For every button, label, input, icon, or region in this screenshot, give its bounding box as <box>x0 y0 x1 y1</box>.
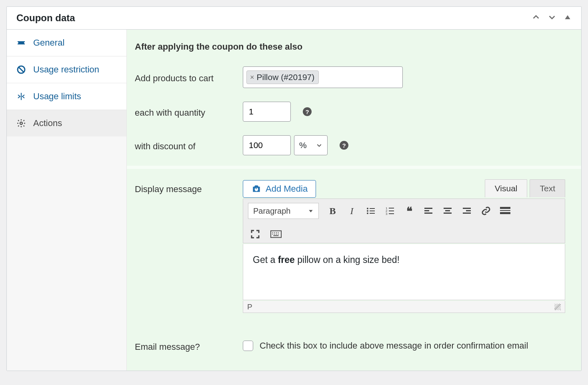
tab-content-actions: After applying the coupon do these also … <box>127 30 581 371</box>
tab-label: Actions <box>33 118 62 128</box>
svg-line-2 <box>18 67 24 72</box>
tab-label: General <box>33 38 64 48</box>
label-add-products: Add products to cart <box>135 71 243 84</box>
read-more-button[interactable] <box>500 206 511 216</box>
svg-rect-27 <box>463 213 471 214</box>
blockquote-button[interactable]: ❝ <box>404 205 415 218</box>
message-text-pre: Get a <box>253 255 278 265</box>
chevron-down-icon <box>316 142 322 148</box>
svg-point-4 <box>20 122 22 124</box>
add-media-button[interactable]: Add Media <box>243 180 316 198</box>
product-chip: × Pillow (#20197) <box>246 70 319 84</box>
editor-content[interactable]: Get a free pillow on a king size bed! <box>243 244 565 300</box>
svg-rect-23 <box>445 210 450 211</box>
svg-point-9 <box>367 210 368 212</box>
label-email-message: Email message? <box>135 339 243 352</box>
label-quantity: each with quantity <box>135 105 243 118</box>
chevron-down-icon[interactable] <box>548 13 556 23</box>
svg-rect-14 <box>389 208 394 209</box>
svg-text:3: 3 <box>386 212 388 216</box>
gear-icon <box>16 118 26 128</box>
chevron-up-icon[interactable] <box>532 13 540 23</box>
svg-marker-6 <box>309 210 313 213</box>
triangle-up-icon[interactable] <box>564 13 572 23</box>
svg-rect-30 <box>500 212 510 214</box>
editor-tab-visual[interactable]: Visual <box>485 179 528 197</box>
camera-icon <box>251 184 262 194</box>
svg-rect-21 <box>424 213 432 214</box>
panel-header: Coupon data <box>7 7 581 30</box>
format-select[interactable]: Paragraph <box>248 203 319 219</box>
editor-status-bar: P <box>243 301 565 313</box>
email-checkbox[interactable] <box>243 341 253 351</box>
discount-unit-select[interactable]: % <box>294 135 328 155</box>
coupon-data-panel: Coupon data General <box>6 6 582 371</box>
section-divider <box>127 166 581 169</box>
tab-label: Usage limits <box>33 91 81 102</box>
row-display-message: Display message Add Media Visual Text <box>127 169 581 323</box>
link-button[interactable] <box>480 206 492 216</box>
svg-rect-29 <box>500 210 510 211</box>
message-text-bold: free <box>278 255 295 265</box>
add-media-label: Add Media <box>266 184 308 194</box>
panel-body: General Usage restriction Usage limits A… <box>7 30 581 371</box>
svg-rect-24 <box>444 213 452 214</box>
svg-rect-26 <box>466 210 471 211</box>
ban-icon <box>16 65 26 74</box>
tab-usage-restriction[interactable]: Usage restriction <box>7 56 126 83</box>
tab-usage-limits[interactable]: Usage limits <box>7 83 126 110</box>
ticket-icon <box>16 38 26 48</box>
row-quantity: each with quantity ? <box>127 98 581 132</box>
fullscreen-button[interactable] <box>250 229 261 239</box>
align-center-button[interactable] <box>442 206 453 216</box>
triangle-down-icon <box>308 208 314 214</box>
tab-label: Usage restriction <box>33 64 99 75</box>
row-add-products: Add products to cart × Pillow (#20197) <box>127 63 581 98</box>
product-chip-label: Pillow (#20197) <box>257 72 315 82</box>
row-discount: with discount of % ? <box>127 132 581 166</box>
svg-rect-28 <box>500 207 510 209</box>
remove-product-icon[interactable]: × <box>250 74 254 81</box>
format-select-value: Paragraph <box>253 207 290 216</box>
merge-icon <box>16 92 26 101</box>
row-email-message: Email message? Check this box to include… <box>127 323 581 363</box>
align-right-button[interactable] <box>461 206 472 216</box>
italic-button[interactable]: I <box>346 206 357 217</box>
svg-rect-12 <box>370 213 375 214</box>
svg-marker-0 <box>565 15 570 19</box>
help-icon[interactable]: ? <box>340 141 348 150</box>
bold-button[interactable]: B <box>327 206 338 217</box>
help-icon[interactable]: ? <box>303 107 312 116</box>
numbered-list-button[interactable]: 123 <box>384 206 396 216</box>
svg-rect-19 <box>424 208 432 209</box>
bullet-list-button[interactable] <box>365 206 376 216</box>
rich-editor: Add Media Visual Text Paragraph B <box>243 180 573 313</box>
svg-rect-16 <box>389 211 394 211</box>
side-tabs: General Usage restriction Usage limits A… <box>7 30 127 371</box>
email-checkbox-label: Check this box to include above message … <box>260 341 528 351</box>
svg-rect-8 <box>370 208 375 209</box>
svg-point-11 <box>367 213 368 214</box>
tab-general[interactable]: General <box>7 30 126 56</box>
editor-tab-text[interactable]: Text <box>530 179 565 197</box>
status-element-path[interactable]: P <box>247 303 252 311</box>
svg-rect-22 <box>444 208 452 209</box>
discount-input[interactable] <box>243 135 291 155</box>
editor-toolbar: Paragraph B I 123 ❝ <box>243 199 565 243</box>
panel-header-controls <box>532 13 573 23</box>
product-select-input[interactable]: × Pillow (#20197) <box>243 66 403 88</box>
quantity-input[interactable] <box>243 102 291 122</box>
align-left-button[interactable] <box>423 206 434 216</box>
svg-rect-18 <box>389 213 394 214</box>
panel-title: Coupon data <box>16 12 75 24</box>
keyboard-icon[interactable] <box>270 229 282 239</box>
svg-rect-20 <box>424 210 429 211</box>
section-heading: After applying the coupon do these also <box>127 30 581 63</box>
label-display-message: Display message <box>135 180 243 195</box>
editor-mode-tabs: Visual Text <box>485 179 565 197</box>
tab-actions[interactable]: Actions <box>7 110 126 136</box>
svg-rect-25 <box>463 208 471 209</box>
discount-unit-value: % <box>299 140 307 150</box>
message-text-post: pillow on a king size bed! <box>295 255 400 265</box>
resize-grip-icon[interactable] <box>554 304 561 310</box>
